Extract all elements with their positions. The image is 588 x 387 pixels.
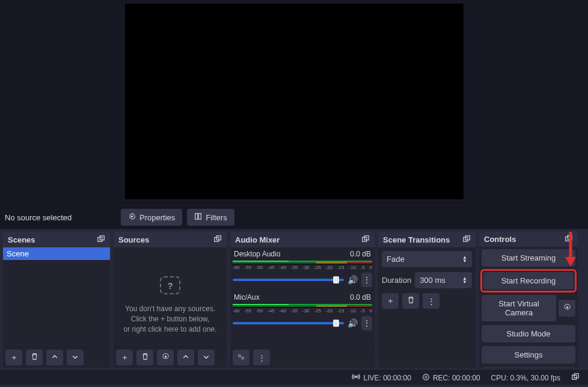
- svg-point-10: [242, 356, 244, 359]
- plus-icon: ＋: [387, 296, 394, 306]
- mixer-channel: Desktop Audio 0.0 dB -60-55-50-45-40-35-…: [233, 250, 372, 287]
- add-source-button[interactable]: ＋: [116, 350, 133, 365]
- channel-name: Desktop Audio: [234, 250, 280, 258]
- volume-slider[interactable]: [233, 322, 344, 324]
- highlight-annotation: Start Recording: [480, 269, 577, 293]
- trash-icon: [141, 353, 149, 362]
- advanced-audio-button[interactable]: [233, 350, 250, 365]
- remove-scene-button[interactable]: [26, 350, 43, 365]
- spin-arrows-icon: ▲▼: [462, 277, 467, 284]
- start-recording-button[interactable]: Start Recording: [483, 272, 574, 289]
- transitions-dock: Scene Transitions Fade ▲▼ Duration 300 m…: [378, 232, 476, 368]
- chevron-down-icon: [72, 353, 79, 362]
- popout-icon: [213, 235, 222, 243]
- source-up-button[interactable]: [177, 350, 194, 365]
- scene-up-button[interactable]: [46, 350, 63, 365]
- kebab-icon: ⋮: [258, 353, 266, 362]
- channel-level: 0.0 dB: [350, 250, 371, 258]
- dock-popout-button[interactable]: [97, 235, 105, 245]
- svg-point-9: [238, 354, 240, 357]
- source-down-button[interactable]: [198, 350, 215, 365]
- start-streaming-button[interactable]: Start Streaming: [482, 249, 575, 267]
- no-source-label: No source selected: [4, 213, 121, 222]
- exit-button[interactable]: Exit: [482, 367, 575, 368]
- meter-scale: -60-55-50-45-40-35-30-25-20-15-10-50: [233, 308, 372, 314]
- controls-title: Controls: [484, 235, 516, 244]
- popout-icon: [97, 235, 105, 243]
- source-properties-button[interactable]: [157, 350, 174, 365]
- spin-arrows-icon: ▲▼: [462, 256, 467, 263]
- chevron-up-icon: [182, 353, 189, 362]
- mixer-channel: Mic/Aux 0.0 dB -60-55-50-45-40-35-30-25-…: [233, 293, 372, 330]
- channel-name: Mic/Aux: [234, 293, 260, 302]
- mixer-menu-button[interactable]: ⋮: [253, 350, 270, 365]
- stream-status: LIVE: 00:00:00: [352, 373, 411, 382]
- gear-icon: [563, 303, 571, 313]
- gear-icon: [162, 353, 170, 362]
- channel-level: 0.0 dB: [350, 293, 371, 302]
- dock-popout-button[interactable]: [462, 235, 471, 245]
- audio-mixer-dock: Audio Mixer Desktop Audio 0.0 dB -60-55-…: [230, 232, 375, 368]
- duration-label: Duration: [382, 276, 411, 285]
- chevron-down-icon: [203, 353, 210, 362]
- scenes-dock: Scenes Scene ＋: [3, 232, 110, 368]
- filters-button[interactable]: Filters: [187, 209, 234, 226]
- gears-icon: [237, 353, 245, 363]
- dock-popout-button[interactable]: [361, 235, 370, 245]
- kebab-icon: ⋮: [363, 275, 371, 285]
- audio-meter: [233, 304, 372, 308]
- channel-menu-button[interactable]: ⋮: [361, 316, 372, 330]
- transitions-title: Scene Transitions: [383, 235, 450, 244]
- status-popout-button[interactable]: [571, 373, 580, 383]
- cpu-status: CPU: 0.3%, 30.00 fps: [491, 374, 560, 382]
- question-icon: ?: [160, 276, 180, 294]
- sources-dock: Sources ? You don't have any sources. Cl…: [114, 232, 227, 368]
- preview-area: [0, 0, 588, 205]
- svg-point-19: [423, 374, 429, 380]
- transition-select[interactable]: Fade ▲▼: [382, 251, 472, 267]
- svg-rect-0: [195, 214, 198, 220]
- scene-item[interactable]: Scene: [3, 247, 110, 260]
- add-scene-button[interactable]: ＋: [5, 350, 22, 365]
- channel-menu-button[interactable]: ⋮: [361, 273, 372, 287]
- remove-transition-button[interactable]: [402, 293, 419, 309]
- dock-popout-button[interactable]: [213, 235, 222, 245]
- svg-point-18: [355, 376, 357, 378]
- scene-down-button[interactable]: [67, 350, 84, 365]
- settings-button[interactable]: Settings: [482, 346, 575, 364]
- start-virtual-camera-button[interactable]: Start Virtual Camera: [482, 295, 556, 321]
- gear-icon: [128, 212, 136, 222]
- sources-title: Sources: [118, 235, 149, 244]
- mixer-title: Audio Mixer: [235, 235, 280, 244]
- properties-button[interactable]: Properties: [121, 209, 182, 226]
- popout-icon: [361, 235, 370, 243]
- scenes-title: Scenes: [8, 235, 35, 244]
- transition-menu-button[interactable]: ⋮: [423, 293, 439, 309]
- duration-input[interactable]: 300 ms ▲▼: [415, 272, 472, 288]
- controls-dock: Controls Start Streaming Start Recording…: [479, 232, 578, 368]
- svg-rect-1: [199, 214, 201, 220]
- speaker-icon[interactable]: 🔊: [348, 275, 358, 285]
- kebab-icon: ⋮: [427, 297, 435, 306]
- virtual-camera-settings-button[interactable]: [559, 300, 575, 317]
- kebab-icon: ⋮: [363, 318, 371, 328]
- dock-popout-button[interactable]: [565, 234, 573, 244]
- speaker-icon[interactable]: 🔊: [348, 318, 358, 328]
- svg-point-15: [566, 306, 568, 308]
- trash-icon: [407, 296, 415, 306]
- broadcast-icon: [352, 373, 360, 382]
- volume-slider[interactable]: [233, 279, 344, 281]
- plus-icon: ＋: [121, 352, 129, 363]
- source-toolbar: No source selected Properties Filters: [0, 205, 588, 229]
- trash-icon: [31, 353, 38, 362]
- status-bar: LIVE: 00:00:00 REC: 00:00:00 CPU: 0.3%, …: [0, 370, 588, 385]
- preview-canvas[interactable]: [125, 4, 464, 199]
- filters-icon: [194, 212, 202, 222]
- add-transition-button[interactable]: ＋: [382, 293, 399, 309]
- remove-source-button[interactable]: [136, 350, 153, 365]
- popout-icon: [571, 373, 580, 381]
- record-status: REC: 00:00:00: [422, 373, 480, 383]
- popout-icon: [565, 234, 573, 243]
- studio-mode-button[interactable]: Studio Mode: [482, 325, 575, 342]
- sources-empty-state[interactable]: ? You don't have any sources. Click the …: [116, 250, 224, 334]
